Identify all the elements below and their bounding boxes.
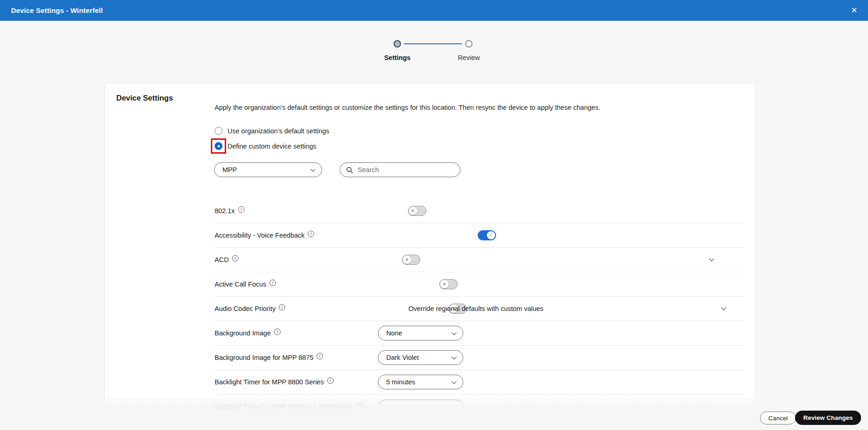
step-review-indicator: [465, 40, 473, 48]
setting-label: ACD: [215, 256, 239, 263]
toggle-802-1x[interactable]: [408, 206, 426, 216]
info-icon[interactable]: [232, 255, 239, 262]
info-icon[interactable]: [274, 328, 281, 335]
chevron-down-icon: [451, 330, 456, 335]
info-icon[interactable]: [279, 304, 285, 311]
setting-label: 802.1x: [215, 207, 245, 215]
radio-unselected-icon[interactable]: [215, 127, 222, 135]
setting-row: Active Call Focus: [215, 272, 744, 297]
setting-label: Active Call Focus: [215, 281, 276, 288]
radio-selected-icon[interactable]: [215, 142, 222, 150]
dropdown-backlight-timer-for-mpp-8800-series[interactable]: 5 minutes: [378, 375, 463, 389]
expand-chevron-down-icon[interactable]: [722, 304, 725, 312]
step-review-label: Review: [441, 54, 497, 61]
setting-row: Background ImageNone: [215, 321, 744, 346]
settings-list: 802.1xAccessibility - Voice FeedbackACDA…: [215, 199, 744, 419]
radio-option-org-default[interactable]: Use organization’s default settings: [215, 127, 329, 135]
cancel-button[interactable]: Cancel: [760, 412, 796, 424]
chevron-down-icon: [310, 167, 315, 172]
setting-label: Backlight Timer for MPP 8800 Series: [215, 378, 334, 386]
modal-header: Device Settings - Winterfell ✕: [0, 0, 868, 21]
device-type-dropdown-value: MPP: [222, 166, 237, 173]
cross-icon: [440, 280, 449, 288]
toggle-acd[interactable]: [402, 255, 420, 265]
setting-note: Override regional defaults with custom v…: [408, 305, 544, 312]
info-icon[interactable]: [269, 280, 276, 286]
chevron-down-icon: [451, 379, 456, 384]
radio-option-label: Use organization’s default settings: [227, 127, 329, 135]
dropdown-background-image[interactable]: None: [378, 326, 463, 340]
cross-icon: [409, 207, 417, 215]
settings-mode-radio-group: Use organization’s default settings Defi…: [215, 127, 329, 157]
info-icon[interactable]: [327, 377, 334, 384]
radio-option-custom[interactable]: Define custom device settings: [215, 142, 329, 150]
close-icon[interactable]: ✕: [848, 0, 861, 21]
expand-chevron-down-icon[interactable]: [710, 255, 713, 263]
setting-row: Accessibility - Voice Feedback: [215, 223, 744, 248]
setting-row: Background Image for MPP 8875Dark Violet: [215, 346, 744, 370]
check-icon: [487, 231, 495, 239]
cross-icon: [403, 256, 411, 264]
toggle-active-call-focus[interactable]: [439, 279, 458, 289]
setting-row: Backlight Timer for MPP 8800 Series5 min…: [215, 370, 744, 394]
card-title: Device Settings: [116, 93, 173, 103]
setting-label: Audio Codec Priority: [215, 305, 285, 312]
setting-label: Background Image for MPP 8875: [215, 354, 323, 361]
info-icon[interactable]: [238, 206, 245, 213]
settings-card: Device Settings Apply the organization’s…: [104, 83, 755, 428]
search-input[interactable]: [358, 166, 455, 173]
setting-row: Audio Codec PriorityOverride regional de…: [215, 297, 744, 321]
stepper-connector: [404, 43, 462, 44]
step-settings-indicator: [394, 40, 401, 48]
settings-description: Apply the organization’s default setting…: [215, 104, 600, 111]
step-settings-label: Settings: [370, 54, 425, 61]
dropdown-value: None: [386, 329, 402, 337]
info-icon[interactable]: [308, 231, 314, 237]
device-type-dropdown[interactable]: MPP: [214, 162, 322, 177]
setting-row: ACD: [215, 248, 744, 272]
device-settings-modal: Device Settings - Winterfell ✕ Settings …: [0, 0, 868, 430]
dropdown-value: 5 minutes: [386, 378, 415, 386]
toggle-accessibility-voice-feedback[interactable]: [478, 230, 496, 240]
search-box[interactable]: [340, 162, 461, 177]
dropdown-background-image-for-mpp-8875[interactable]: Dark Violet: [378, 350, 463, 365]
dropdown-value: Dark Violet: [386, 354, 419, 361]
review-changes-button[interactable]: Review Changes: [795, 411, 861, 425]
chevron-down-icon: [451, 354, 456, 359]
setting-label: Background Image: [215, 329, 281, 337]
modal-title: Device Settings - Winterfell: [11, 0, 103, 21]
info-icon[interactable]: [317, 353, 323, 359]
search-icon: [346, 167, 353, 173]
setting-row: 802.1x: [215, 199, 744, 223]
modal-footer: Cancel Review Changes: [0, 398, 868, 430]
setting-label: Accessibility - Voice Feedback: [215, 232, 314, 239]
radio-option-label: Define custom device settings: [227, 143, 317, 150]
